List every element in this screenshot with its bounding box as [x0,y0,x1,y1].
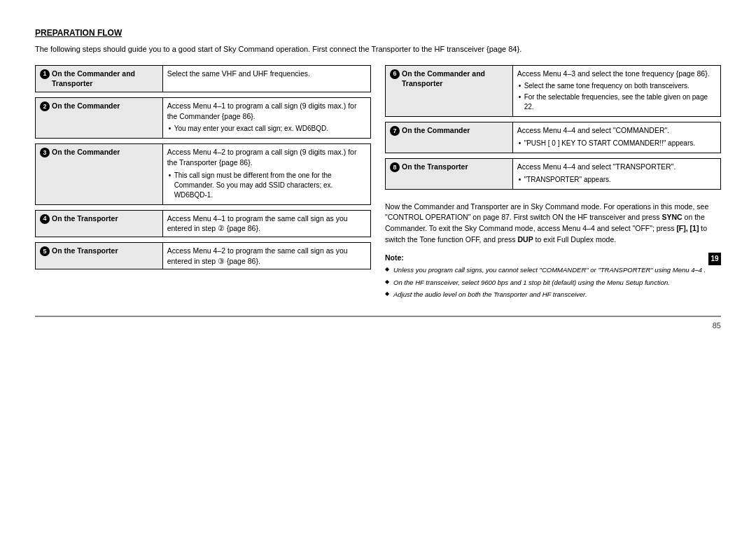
note-section: 19 Note: Unless you program call signs, … [385,253,721,300]
step-3-device: On the Commander [52,147,120,157]
step-1-number: 1 [40,69,50,79]
step-7-row: 7 On the Commander Access Menu 4–4 and s… [385,122,721,153]
step-4-number: 4 [40,214,50,224]
intro-text: The following steps should guide you to … [35,43,721,55]
step-8-content: Access Menu 4–4 and select "TRANSPORTER"… [513,159,720,189]
step-4-device: On the Transporter [52,213,118,224]
page-title: PREPARATION FLOW [35,28,721,38]
step-1-device: On the Commander and Transporter [52,69,158,89]
step-8-row: 8 On the Transporter Access Menu 4–4 and… [385,158,721,190]
step-6-device: On the Commander and Transporter [402,69,508,89]
bottom-line: 85 [35,316,721,330]
step-2-bullet-1: You may enter your exact call sign; ex. … [167,124,366,134]
step-1-row: 1 On the Commander and Transporter Selec… [35,65,371,92]
step-4-row: 4 On the Transporter Access Menu 4–1 to … [35,210,371,237]
step-2-bullets: You may enter your exact call sign; ex. … [167,124,366,134]
step-3-content: Access Menu 4–2 to program a call sign (… [163,144,370,204]
step-5-number: 5 [40,246,50,256]
right-column: 6 On the Commander and Transporter Acces… [385,65,721,302]
step-3-bullets: This call sign must be different from th… [167,171,366,200]
step-6-bullets: Select the same tone frequency on both t… [517,81,716,112]
step-7-content: Access Menu 4–4 and select "COMMANDER". … [513,122,720,153]
step-7-bullet-1: "PUSH [ 0 ] KEY TO START COMMANDER!!" ap… [517,139,716,148]
step-6-number: 6 [390,69,400,79]
step-2-content: Access Menu 4–1 to program a call sign (… [163,98,370,138]
step-8-device: On the Transporter [402,162,468,172]
step-6-label: 6 On the Commander and Transporter [386,66,513,117]
step-3-row: 3 On the Commander Access Menu 4–2 to pr… [35,143,371,204]
note-list: Unless you program call signs, you canno… [385,265,721,299]
two-column-layout: 1 On the Commander and Transporter Selec… [35,65,721,302]
page-container: PREPARATION FLOW The following steps sho… [35,28,721,330]
step-3-label: 3 On the Commander [36,144,163,204]
note-item-2: On the HF transceiver, select 9600 bps a… [385,278,721,287]
page-number: 85 [713,321,721,330]
step-7-number: 7 [390,126,400,136]
note-badge: 19 [708,253,721,265]
step-3-number: 3 [40,148,50,157]
step-8-bullets: "TRANSPORTER" appears. [517,175,716,185]
body-text: Now the Commander and Transporter are in… [385,202,721,246]
step-5-row: 5 On the Transporter Access Menu 4–2 to … [35,242,371,269]
step-6-row: 6 On the Commander and Transporter Acces… [385,65,721,118]
step-2-device: On the Commander [52,101,120,111]
left-column: 1 On the Commander and Transporter Selec… [35,65,371,302]
step-5-content: Access Menu 4–2 to program the same call… [163,243,370,269]
step-5-label: 5 On the Transporter [36,243,163,269]
note-item-1: Unless you program call signs, you canno… [385,265,721,274]
step-8-bullet-1: "TRANSPORTER" appears. [517,175,716,185]
step-6-bullet-1: Select the same tone frequency on both t… [517,81,716,91]
step-2-row: 2 On the Commander Access Menu 4–1 to pr… [35,97,371,139]
step-7-bullets: "PUSH [ 0 ] KEY TO START COMMANDER!!" ap… [517,139,716,148]
step-8-label: 8 On the Transporter [386,159,513,189]
step-2-label: 2 On the Commander [36,98,163,138]
step-1-label: 1 On the Commander and Transporter [36,66,163,92]
step-6-bullet-2: For the selectable frequencies, see the … [517,92,716,112]
step-2-number: 2 [40,101,50,111]
note-title: Note: [385,253,404,262]
step-7-label: 7 On the Commander [386,122,513,153]
step-3-bullet-1: This call sign must be different from th… [167,171,366,200]
step-5-device: On the Transporter [52,246,118,256]
step-6-content: Access Menu 4–3 and select the tone freq… [513,66,720,117]
step-4-label: 4 On the Transporter [36,211,163,237]
step-4-content: Access Menu 4–1 to program the same call… [163,211,370,237]
step-1-content: Select the same VHF and UHF frequencies. [163,66,370,92]
step-8-number: 8 [390,162,400,172]
step-7-device: On the Commander [402,125,470,136]
note-item-3: Adjust the audio level on both the Trans… [385,290,721,299]
